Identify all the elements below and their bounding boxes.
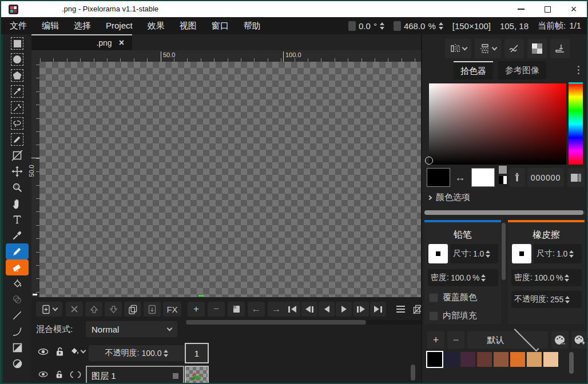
panel-menu-icon[interactable] [578,66,579,74]
move-layer-down-button[interactable] [105,302,122,317]
zoom-spin-arrows[interactable] [439,22,443,30]
move-frame-left-button[interactable]: ← [248,302,265,317]
crop-tool[interactable] [6,147,29,163]
sv-cursor[interactable] [425,157,433,165]
menu-view[interactable]: 视图 [180,21,197,31]
layer-opacity-spinbox[interactable]: 不透明度: 100.0 [89,345,185,361]
ellipse-select-tool[interactable] [6,51,29,67]
add-layer-button[interactable] [36,302,62,317]
vertical-ruler[interactable]: 50.0 [31,62,39,297]
merge-down-button[interactable] [144,302,161,317]
cel-thumbnail[interactable] [185,366,209,384]
cel-fx-button[interactable] [68,344,88,359]
close-button[interactable]: × [564,1,583,17]
swap-colors-icon[interactable]: ↔ [455,171,466,184]
eraser-opacity-spinbox[interactable]: 不透明度: 255 [511,291,582,308]
lock-layer-button[interactable] [52,344,67,359]
zoom-tool[interactable] [6,179,29,195]
mirror-horizontal-dropdown-icon[interactable] [491,45,497,51]
palette-v-scrollbar[interactable] [569,352,574,374]
tab-close-icon[interactable]: × [119,38,124,48]
first-frame-button[interactable] [284,302,300,317]
select-by-color-tool[interactable] [6,83,29,99]
tab-reference-images[interactable]: 参考图像 [498,61,546,79]
checkbox-icon[interactable] [429,293,438,302]
last-frame-button[interactable] [370,302,386,317]
move-tool[interactable] [6,163,29,179]
hue-slider[interactable] [569,83,583,165]
curve-tool[interactable] [6,323,29,339]
eraser-brush-preview[interactable] [512,244,531,263]
eraser-tool[interactable] [6,259,29,275]
left-color-swatch[interactable] [427,168,450,187]
edit-palette-button[interactable] [551,331,569,349]
palette-swatch[interactable] [477,352,492,367]
default-colors-icon[interactable] [499,166,507,174]
maximize-button[interactable] [538,1,557,17]
minimize-button[interactable] [511,1,531,17]
overwrite-color-checkbox[interactable]: 覆盖颜色 [429,292,477,303]
mirror-horizontal-button[interactable] [475,39,501,58]
pencil-size-spinbox[interactable]: 尺寸: 1.0 [450,244,498,263]
saturation-value-box[interactable] [429,83,566,165]
pencil-density-spinbox[interactable]: 密度: 100.0 % [428,269,498,286]
toggle-visibility-button[interactable] [35,344,51,359]
transparency-checker-button[interactable] [527,39,547,58]
tab-color-picker[interactable]: 拾色器 [454,61,493,79]
pixel-perfect-button[interactable] [504,39,524,58]
menu-help[interactable]: 帮助 [244,21,261,31]
layer-lock-button[interactable] [52,367,66,382]
rectangle-tool[interactable] [6,339,29,355]
timeline-h-scrollbar[interactable] [186,320,422,325]
right-color-swatch[interactable] [471,168,495,187]
ellipse-tool[interactable] [6,355,29,371]
eraser-density-spinbox[interactable]: 密度: 100.0 % [511,269,582,286]
palette-swatch[interactable] [494,352,508,367]
remove-color-button[interactable]: − [447,331,464,349]
polygon-select-tool[interactable] [6,67,29,83]
reset-colors-icon[interactable] [499,176,507,184]
options-v-scrollbar[interactable] [502,223,506,280]
color-options-expander[interactable]: 颜色选项 [428,192,470,203]
bucket-tool[interactable] [6,275,29,291]
pencil-brush-preview[interactable] [428,244,448,263]
layer-fx-button[interactable]: FX [163,302,181,317]
add-layer-dropdown-icon[interactable] [52,306,58,311]
rotation-spin-arrows[interactable] [380,22,384,30]
play-backwards-button[interactable] [319,302,335,317]
clone-layer-button[interactable] [124,302,141,317]
menu-effects[interactable]: 效果 [148,21,165,31]
symmetry-guide-marker[interactable] [198,295,204,297]
layer-drag-handle[interactable] [173,373,178,379]
clone-frame-button[interactable] [228,302,245,317]
shading-tool[interactable] [6,291,29,307]
eraser-size-arrows[interactable] [569,250,574,258]
eraser-density-arrows[interactable] [565,274,569,282]
link-cels-button[interactable] [67,367,84,382]
timeline-v-scrollbar[interactable] [411,365,415,381]
eraser-size-spinbox[interactable]: 尺寸: 1.0 [534,244,582,263]
mirror-vertical-button[interactable] [445,39,471,58]
rotation-drag-handle[interactable] [348,21,356,31]
menu-project[interactable]: Project [106,21,133,31]
eraser-opacity-arrows[interactable] [565,296,570,303]
text-tool[interactable] [6,211,29,227]
new-palette-button[interactable] [571,331,588,349]
palette-swatch[interactable] [460,352,475,367]
mirror-vertical-dropdown-icon[interactable] [462,45,467,51]
magic-wand-tool[interactable] [6,99,29,115]
delete-layer-button[interactable] [66,302,83,317]
menu-edit[interactable]: 编辑 [42,21,59,31]
horizontal-ruler[interactable]: 50.0 100.0 [39,50,421,62]
palette-swatch[interactable] [543,352,558,367]
play-button[interactable] [336,302,352,317]
pencil-size-arrows[interactable] [486,250,490,258]
lasso-tool[interactable] [6,115,29,131]
layer-visibility-button[interactable] [35,367,51,382]
zoom-drag-handle[interactable] [394,21,401,31]
hex-color-field[interactable]: 000000 [527,168,564,187]
pencil-density-arrows[interactable] [481,274,486,282]
palette-select[interactable]: 默认 [475,331,548,349]
timeline-settings-button[interactable] [392,302,409,317]
remove-frame-button[interactable]: − [208,302,225,317]
